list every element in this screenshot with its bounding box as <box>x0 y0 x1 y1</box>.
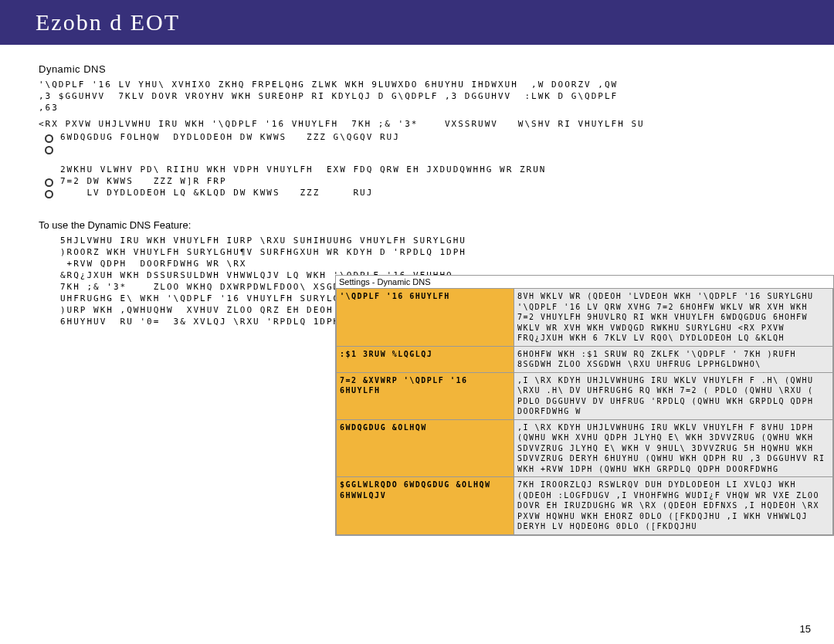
bullet-item: 7=2 DW KWWS ZZZ W]R FRP <box>60 176 803 186</box>
settings-table: Settings - Dynamic DNS '\QDPLF '16 6HUYL… <box>335 275 834 536</box>
page-number: 15 <box>800 623 811 635</box>
table-row: 7=2 &XVWRP '\QDPLF '16 6HUYLFH ,I \RX KD… <box>337 372 833 419</box>
intro-line-2: ,3 $GGUHVV 7KLV DOVR VROYHV WKH SUREOHP … <box>39 91 803 101</box>
cell-val: 7KH IROORZLQJ RSWLRQV DUH DYDLODEOH LI X… <box>514 477 833 535</box>
cell-val: ,I \RX KDYH UHJLVWHUHG IRU WKLV VHUYLFH … <box>514 372 833 419</box>
step-line: )ROORZ WKH VHUYLFH SURYLGHU¶V SURFHGXUH … <box>60 247 803 257</box>
content: Dynamic DNS '\QDPLF '16 LV YHU\ XVHIXO Z… <box>0 45 834 327</box>
subheading: To use the Dynamic DNS Feature: <box>39 219 803 231</box>
header-title: Ezobn d EOT <box>36 9 180 35</box>
table-row: 6WDQGDUG &OLHQW ,I \RX KDYH UHJLVWHUHG I… <box>337 419 833 477</box>
table: '\QDPLF '16 6HUYLFH 8VH WKLV WR (QDEOH '… <box>336 288 833 535</box>
bullet-item: x <box>60 144 803 174</box>
table-row: '\QDPLF '16 6HUYLFH 8VH WKLV WR (QDEOH '… <box>337 289 833 347</box>
note-line: <RX PXVW UHJLVWHU IRU WKH '\QDPLF '16 VH… <box>39 119 803 129</box>
cell-val: 6HOHFW WKH :$1 SRUW RQ ZKLFK '\QDPLF ' 7… <box>514 346 833 372</box>
cell-val: 8VH WKLV WR (QDEOH 'LVDEOH WKH '\QDPLF '… <box>514 289 833 347</box>
note-block: <RX PXVW UHJLVWHU IRU WKH '\QDPLF '16 VH… <box>39 119 803 129</box>
bullet-list: 6WDQGDUG FOLHQW DYDLODEOH DW KWWS ZZZ G\… <box>60 132 803 198</box>
cell-key: :$1 3RUW %LQGLQJ <box>337 346 514 372</box>
intro-line-1: '\QDPLF '16 LV YHU\ XVHIXO ZKHQ FRPELQHG… <box>39 80 803 90</box>
header-bar: Ezobn d EOT <box>0 0 834 45</box>
step-line: +RVW QDPH DOORFDWHG WR \RX <box>60 259 803 269</box>
cell-key: 6WDQGDUG &OLHQW <box>337 419 514 477</box>
section-title: Dynamic DNS <box>39 63 803 75</box>
cell-key: '\QDPLF '16 6HUYLFH <box>337 289 514 347</box>
bullet-item: LV DYDLODEOH LQ &KLQD DW KWWS ZZZ RUJ <box>60 188 803 198</box>
step-line: 5HJLVWHU IRU WKH VHUYLFH IURP \RXU SUHIH… <box>60 236 803 246</box>
cell-key: 7=2 &XVWRP '\QDPLF '16 6HUYLFH <box>337 372 514 419</box>
table-caption: Settings - Dynamic DNS <box>336 276 833 288</box>
table-row: $GGLWLRQDO 6WDQGDUG &OLHQW 6HWWLQJV 7KH … <box>337 477 833 535</box>
intro-block: '\QDPLF '16 LV YHU\ XVHIXO ZKHQ FRPELQHG… <box>39 80 803 113</box>
bullet-item: 6WDQGDUG FOLHQW DYDLODEOH DW KWWS ZZZ G\… <box>60 132 803 142</box>
cell-key: $GGLWLRQDO 6WDQGDUG &OLHQW 6HWWLQJV <box>337 477 514 535</box>
cell-val: ,I \RX KDYH UHJLVWHUHG IRU WKLV VHUYLFH … <box>514 419 833 477</box>
intro-line-3: ,63 <box>39 103 803 113</box>
table-row: :$1 3RUW %LQGLQJ 6HOHFW WKH :$1 SRUW RQ … <box>337 346 833 372</box>
